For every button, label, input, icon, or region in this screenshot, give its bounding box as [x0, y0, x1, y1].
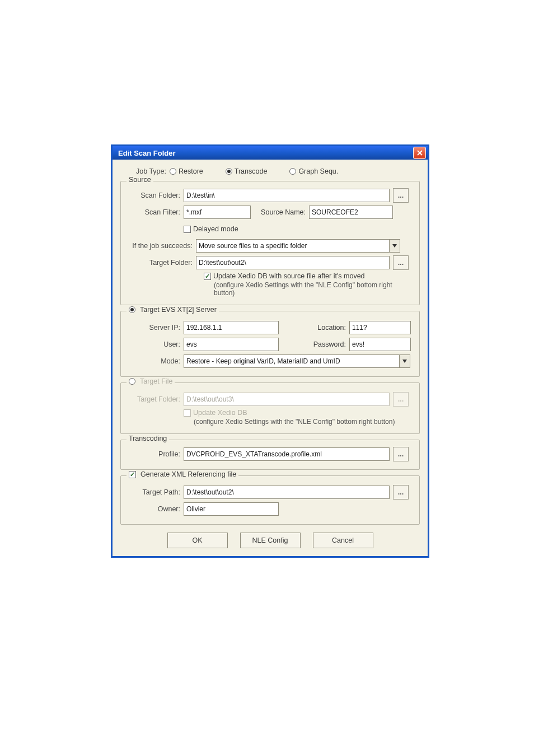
target-server-legend[interactable]: Target EVS XT[2] Server	[127, 306, 219, 314]
update-xedio-db-hint: (configure Xedio Settings with the "NLE …	[214, 281, 415, 297]
radio-icon	[289, 168, 296, 175]
password-input[interactable]	[349, 338, 411, 351]
profile-browse-button[interactable]: ...	[393, 447, 409, 461]
succeeds-combo[interactable]	[196, 240, 400, 252]
target-server-legend-text: Target EVS XT[2] Server	[140, 306, 217, 314]
jobtype-transcode-label: Transcode	[235, 167, 268, 175]
update-xedio-db-label: Update Xedio DB with source file after i…	[213, 272, 365, 280]
radio-icon	[226, 168, 232, 175]
chevron-down-icon	[402, 360, 407, 363]
location-label: Location:	[279, 324, 349, 332]
ok-button[interactable]: OK	[167, 533, 228, 548]
owner-label: Owner:	[125, 505, 184, 513]
xml-ref-legend-text: Generate XML Referencing file	[140, 470, 236, 478]
cancel-button[interactable]: Cancel	[313, 533, 373, 548]
jobtype-graph-radio[interactable]: Graph Sequ.	[289, 167, 338, 175]
nle-config-button[interactable]: NLE Config	[240, 533, 301, 548]
jobtype-graph-label: Graph Sequ.	[298, 167, 338, 175]
target-file-legend-text: Target File	[140, 377, 172, 385]
delayed-mode-checkbox[interactable]: Delayed mode	[184, 225, 238, 233]
source-target-folder-input[interactable]	[196, 256, 390, 269]
server-ip-label: Server IP:	[125, 324, 184, 332]
target-file-update-db-checkbox: Update Xedio DB	[184, 409, 247, 417]
user-label: User:	[125, 340, 184, 348]
source-target-folder-browse-button[interactable]: ...	[393, 255, 409, 270]
jobtype-transcode-radio[interactable]: Transcode	[226, 167, 268, 175]
source-name-label: Source Name:	[256, 208, 309, 216]
target-file-group: Target File Target Folder: ... Update Xe…	[120, 382, 420, 434]
transcoding-legend: Transcoding	[127, 435, 169, 442]
close-button[interactable]	[413, 147, 426, 159]
checkbox-icon	[184, 226, 191, 233]
target-path-input[interactable]	[184, 486, 390, 499]
checkbox-icon	[129, 471, 136, 478]
scan-folder-browse-button[interactable]: ...	[393, 188, 409, 203]
delayed-mode-label: Delayed mode	[193, 225, 238, 233]
svg-marker-2	[392, 244, 397, 248]
svg-marker-3	[402, 360, 407, 363]
edit-scan-folder-dialog: Edit Scan Folder Job Type: Restore Trans…	[111, 144, 429, 558]
location-input[interactable]	[349, 321, 411, 334]
dialog-title: Edit Scan Folder	[118, 149, 176, 157]
checkbox-icon	[204, 273, 211, 280]
radio-icon	[170, 168, 176, 175]
target-file-update-db-label: Update Xedio DB	[193, 409, 247, 417]
titlebar: Edit Scan Folder	[113, 146, 428, 160]
target-file-folder-input	[184, 393, 390, 406]
target-file-update-db-hint: (configure Xedio Settings with the "NLE …	[194, 418, 415, 426]
user-input[interactable]	[184, 338, 279, 351]
mode-value[interactable]	[184, 354, 399, 368]
dropdown-button[interactable]	[389, 239, 400, 253]
jobtype-restore-label: Restore	[179, 167, 203, 175]
job-type-row: Job Type: Restore Transcode Graph Sequ.	[120, 165, 420, 175]
source-legend: Source	[127, 176, 153, 184]
scan-folder-input[interactable]	[184, 189, 390, 202]
scan-folder-label: Scan Folder:	[125, 192, 184, 199]
target-path-browse-button[interactable]: ...	[393, 485, 409, 500]
radio-icon	[129, 378, 135, 385]
transcoding-group: Transcoding Profile: ...	[120, 440, 420, 470]
xml-ref-group: Generate XML Referencing file Target Pat…	[120, 475, 420, 525]
succeeds-value[interactable]	[196, 239, 389, 253]
xml-ref-legend[interactable]: Generate XML Referencing file	[127, 470, 238, 478]
radio-icon	[129, 306, 135, 313]
profile-input[interactable]	[184, 447, 390, 461]
update-xedio-db-checkbox[interactable]: Update Xedio DB with source file after i…	[204, 272, 365, 280]
job-type-label: Job Type:	[124, 167, 170, 175]
server-ip-input[interactable]	[184, 321, 279, 334]
target-server-group: Target EVS XT[2] Server Server IP: Locat…	[120, 311, 420, 377]
chevron-down-icon	[392, 244, 397, 248]
source-target-folder-label: Target Folder:	[125, 259, 196, 267]
owner-input[interactable]	[184, 502, 279, 516]
source-name-input[interactable]	[309, 206, 393, 219]
close-icon	[416, 150, 423, 156]
mode-label: Mode:	[125, 357, 184, 365]
succeeds-label: If the job succeeds:	[125, 242, 196, 250]
mode-combo[interactable]	[184, 355, 410, 367]
scan-filter-input[interactable]	[184, 206, 251, 219]
target-file-folder-browse-button: ...	[393, 392, 409, 407]
jobtype-restore-radio[interactable]: Restore	[170, 167, 203, 175]
checkbox-icon	[184, 409, 191, 417]
dropdown-button[interactable]	[399, 354, 410, 368]
scan-filter-label: Scan Filter:	[125, 208, 184, 216]
target-file-folder-label: Target Folder:	[125, 395, 184, 403]
source-group: Source Scan Folder: ... Scan Filter: Sou…	[120, 181, 420, 305]
password-label: Password:	[279, 340, 349, 348]
target-file-legend[interactable]: Target File	[127, 377, 175, 385]
dialog-buttons: OK NLE Config Cancel	[120, 533, 420, 548]
target-path-label: Target Path:	[125, 488, 184, 496]
profile-label: Profile:	[125, 450, 184, 458]
